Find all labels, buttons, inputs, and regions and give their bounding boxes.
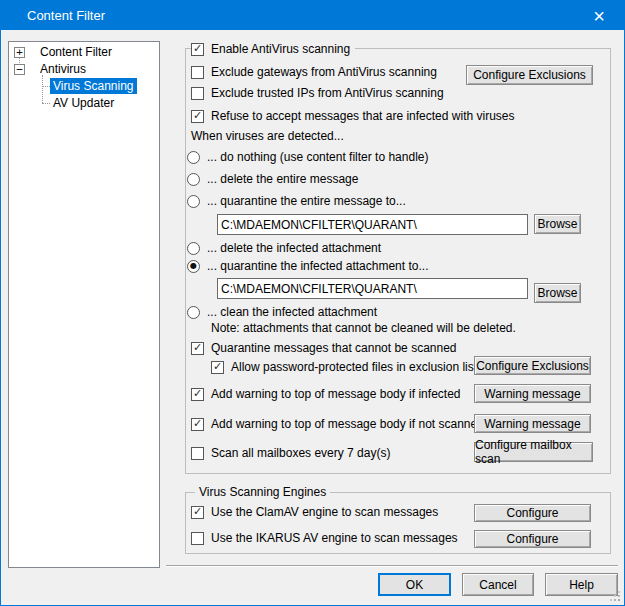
delete-attachment-label: ... delete the infected attachment	[207, 241, 381, 255]
delete-attachment-radio[interactable]	[187, 242, 200, 255]
clamav-row: ✓ Use the ClamAV engine to scan messages	[191, 504, 438, 520]
quarantine-message-radio[interactable]	[187, 195, 200, 208]
exclude-trusted-ips-label: Exclude trusted IPs from AntiVirus scann…	[211, 86, 444, 100]
quarantine-attachment-radio[interactable]: ●	[187, 260, 200, 273]
tree-connector	[42, 86, 50, 87]
do-nothing-row: ... do nothing (use content filter to ha…	[187, 149, 428, 165]
footer-separator	[166, 565, 618, 567]
configure-clamav-button[interactable]: Configure	[474, 504, 591, 522]
close-icon[interactable]: ×	[584, 1, 614, 30]
browse-attachment-path-button[interactable]: Browse	[534, 283, 581, 303]
enable-antivirus-label: Enable AntiVirus scanning	[211, 42, 350, 56]
tree-item-label[interactable]: AV Updater	[53, 96, 114, 110]
scan-mailboxes-row: Scan all mailboxes every 7 day(s)	[191, 445, 390, 461]
quarantine-attachment-label: ... quarantine the infected attachment t…	[207, 259, 428, 273]
delete-attachment-row: ... delete the infected attachment	[187, 240, 381, 256]
navigation-tree: + Content Filter − Antivirus Virus Scann…	[8, 41, 160, 568]
tree-item-label[interactable]: Content Filter	[40, 45, 112, 59]
checkmark-icon: ✓	[193, 110, 202, 121]
tree-item-av-updater[interactable]: AV Updater	[53, 95, 114, 111]
quarantine-attachment-path-input[interactable]	[217, 278, 528, 299]
expand-plus-icon[interactable]: +	[14, 47, 25, 58]
collapse-minus-icon[interactable]: −	[14, 64, 25, 75]
title-bar: Content Filter	[1, 1, 624, 30]
tree-item-content-filter[interactable]: + Content Filter	[14, 44, 112, 60]
ikarus-label: Use the IKARUS AV engine to scan message…	[211, 531, 458, 545]
clean-attachment-radio[interactable]	[187, 306, 200, 319]
scan-mailboxes-checkbox[interactable]	[191, 447, 204, 460]
browse-message-path-button[interactable]: Browse	[534, 214, 581, 234]
checkmark-icon: ✓	[193, 388, 202, 399]
cancel-button[interactable]: Cancel	[462, 573, 534, 596]
clean-note-label: Note: attachments that cannot be cleaned…	[211, 321, 516, 335]
quarantine-attachment-row: ● ... quarantine the infected attachment…	[187, 258, 428, 274]
allow-password-protected-row: ✓ Allow password-protected files in excl…	[211, 359, 487, 375]
warn-not-scanned-row: ✓ Add warning to top of message body if …	[191, 416, 484, 432]
warn-infected-checkbox[interactable]: ✓	[191, 388, 204, 401]
resize-grip[interactable]	[618, 599, 620, 601]
exclude-trusted-ips-checkbox[interactable]	[191, 87, 204, 100]
warn-infected-label: Add warning to top of message body if in…	[211, 387, 461, 401]
exclude-trusted-ips-row: Exclude trusted IPs from AntiVirus scann…	[191, 85, 444, 101]
window-title: Content Filter	[27, 8, 105, 23]
configure-exclusions-password-button[interactable]: Configure Exclusions	[474, 356, 591, 375]
refuse-infected-row: ✓ Refuse to accept messages that are inf…	[191, 108, 515, 124]
checkmark-icon: ✓	[193, 506, 202, 517]
configure-mailbox-scan-button[interactable]: Configure mailbox scan	[474, 442, 593, 462]
radio-dot-icon: ●	[190, 262, 197, 270]
tree-item-label-selected[interactable]: Virus Scanning	[50, 78, 137, 94]
clamav-checkbox[interactable]: ✓	[191, 506, 204, 519]
tree-connector	[42, 103, 50, 104]
do-nothing-label: ... do nothing (use content filter to ha…	[207, 150, 428, 164]
checkmark-icon: ✓	[193, 43, 202, 54]
ikarus-checkbox[interactable]	[191, 532, 204, 545]
allow-password-protected-checkbox[interactable]: ✓	[211, 361, 224, 374]
exclude-gateways-row: Exclude gateways from AntiVirus scanning	[191, 64, 437, 80]
quarantine-unscannable-row: ✓ Quarantine messages that cannot be sca…	[191, 340, 457, 356]
quarantine-message-label: ... quarantine the entire message to...	[207, 194, 406, 208]
warning-message-infected-button[interactable]: Warning message	[474, 384, 591, 403]
delete-message-label: ... delete the entire message	[207, 172, 358, 186]
quarantine-message-path-input[interactable]	[217, 214, 528, 235]
enable-antivirus-checkbox[interactable]: ✓	[191, 43, 204, 56]
help-button[interactable]: Help	[545, 573, 618, 596]
clean-attachment-row: ... clean the infected attachment	[187, 304, 377, 320]
configure-ikarus-button[interactable]: Configure	[474, 530, 591, 548]
clean-attachment-label: ... clean the infected attachment	[207, 305, 377, 319]
exclude-gateways-checkbox[interactable]	[191, 66, 204, 79]
warning-message-not-scanned-button[interactable]: Warning message	[474, 414, 591, 433]
checkmark-icon: ✓	[193, 418, 202, 429]
warn-not-scanned-checkbox[interactable]: ✓	[191, 418, 204, 431]
content-filter-dialog: Content Filter × + Content Filter − Anti…	[0, 0, 625, 606]
allow-password-protected-label: Allow password-protected files in exclus…	[231, 360, 487, 374]
quarantine-message-row: ... quarantine the entire message to...	[187, 193, 406, 209]
checkmark-icon: ✓	[193, 342, 202, 353]
tree-item-antivirus[interactable]: − Antivirus	[14, 61, 86, 77]
scan-mailboxes-label: Scan all mailboxes every 7 day(s)	[211, 446, 390, 460]
tree-item-label[interactable]: Antivirus	[40, 62, 86, 76]
do-nothing-radio[interactable]	[187, 151, 200, 164]
tree-connector	[42, 75, 43, 103]
when-viruses-detected-label: When viruses are detected...	[191, 129, 344, 143]
refuse-infected-label: Refuse to accept messages that are infec…	[211, 109, 515, 123]
refuse-infected-checkbox[interactable]: ✓	[191, 110, 204, 123]
checkmark-icon: ✓	[213, 361, 222, 372]
virus-scanning-engines-label: Virus Scanning Engines	[195, 485, 330, 499]
quarantine-unscannable-checkbox[interactable]: ✓	[191, 342, 204, 355]
enable-antivirus-row: ✓ Enable AntiVirus scanning	[191, 41, 355, 57]
delete-message-row: ... delete the entire message	[187, 171, 358, 187]
delete-message-radio[interactable]	[187, 173, 200, 186]
exclude-gateways-label: Exclude gateways from AntiVirus scanning	[211, 65, 437, 79]
warn-infected-row: ✓ Add warning to top of message body if …	[191, 386, 461, 402]
tree-item-virus-scanning[interactable]: Virus Scanning	[50, 78, 137, 94]
configure-exclusions-button[interactable]: Configure Exclusions	[466, 65, 593, 85]
ikarus-row: Use the IKARUS AV engine to scan message…	[191, 530, 458, 546]
ok-button[interactable]: OK	[378, 573, 451, 596]
clamav-label: Use the ClamAV engine to scan messages	[211, 505, 438, 519]
quarantine-unscannable-label: Quarantine messages that cannot be scann…	[211, 341, 457, 355]
warn-not-scanned-label: Add warning to top of message body if no…	[211, 417, 484, 431]
